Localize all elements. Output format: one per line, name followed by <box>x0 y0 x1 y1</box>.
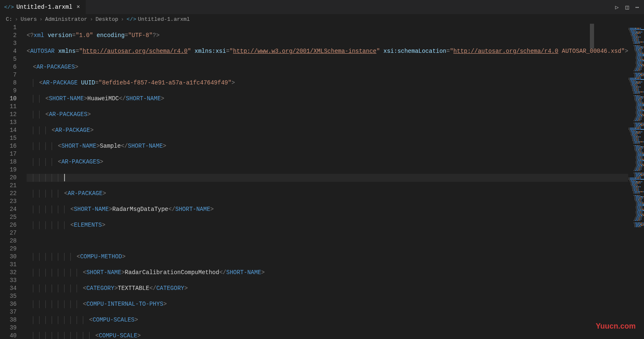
breadcrumb-part[interactable]: Users <box>20 16 37 22</box>
chevron-right-icon: › <box>15 16 18 22</box>
file-xml-icon: </> <box>4 4 14 10</box>
chevron-right-icon: › <box>39 16 42 22</box>
chevron-right-icon: › <box>90 16 93 22</box>
more-icon[interactable]: ⋯ <box>636 4 639 11</box>
breadcrumb-part[interactable]: Desktop <box>95 16 118 22</box>
watermark: Yuucn.com <box>596 322 636 331</box>
minimap[interactable] <box>628 24 644 339</box>
breadcrumb-file[interactable]: Untitled-1.arxml <box>138 16 190 22</box>
scrollbar[interactable] <box>588 24 594 339</box>
editor-area: 1234567891011121314151617181920212223242… <box>0 24 644 339</box>
close-icon[interactable]: × <box>75 4 82 10</box>
breadcrumb-part[interactable]: C: <box>6 16 12 22</box>
editor-tab[interactable]: </> Untitled-1.arxml × <box>0 0 86 14</box>
line-number-gutter: 1234567891011121314151617181920212223242… <box>0 24 25 339</box>
text-cursor <box>64 174 65 181</box>
chevron-right-icon: › <box>121 16 124 22</box>
editor-actions: ▷ ◫ ⋯ <box>615 4 644 11</box>
split-editor-icon[interactable]: ◫ <box>625 4 629 11</box>
tab-bar: </> Untitled-1.arxml × ▷ ◫ ⋯ <box>0 0 644 15</box>
scroll-thumb[interactable] <box>590 24 594 49</box>
tab-title: Untitled-1.arxml <box>16 4 72 10</box>
breadcrumb[interactable]: C:› Users› Administrator› Desktop› </> U… <box>0 15 644 24</box>
code-editor[interactable]: <?xml version="1.0" encoding="UTF-8"?> <… <box>25 24 628 339</box>
file-xml-icon: </> <box>127 16 136 22</box>
tabs-container: </> Untitled-1.arxml × <box>0 0 86 14</box>
run-icon[interactable]: ▷ <box>615 4 619 11</box>
breadcrumb-part[interactable]: Administrator <box>45 16 87 22</box>
